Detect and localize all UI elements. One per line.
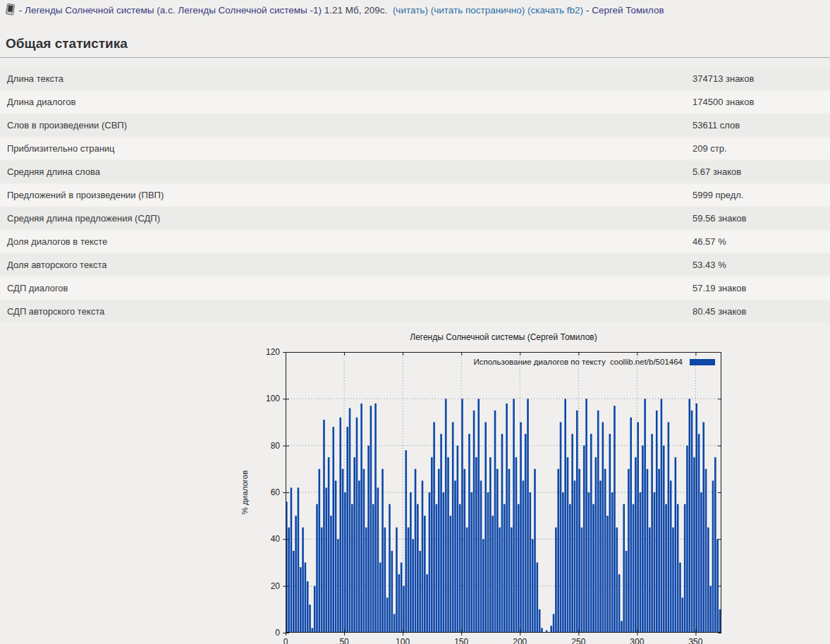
stat-label: Предложений в произведении (ПВП) (7, 190, 164, 200)
stats-table: Длина текста374713 знаков Длина диалогов… (0, 68, 830, 322)
table-row: Предложений в произведении (ПВП)5999 пре… (0, 184, 830, 206)
book-series-info: (а.с. Легенды Солнечной системы -1) (157, 5, 322, 16)
table-row: Слов в произведении (СВП)53611 слов (0, 114, 830, 136)
x-tick-label: 50 (330, 637, 358, 644)
x-tick-label: 200 (506, 637, 534, 644)
stat-value: 46.57 % (692, 236, 726, 247)
table-row: Средняя длина предложения (СДП)59.56 зна… (0, 207, 830, 229)
read-paged-link[interactable]: (читать постранично) (431, 5, 525, 16)
stat-value: 80.45 знаков (692, 306, 746, 317)
table-row: Длина текста374713 знаков (0, 68, 830, 90)
y-tick-label: 40 (250, 534, 280, 544)
stat-value: 59.56 знаков (692, 213, 746, 224)
chart-legend-swatch (690, 359, 715, 365)
y-tick-label: 80 (250, 441, 280, 451)
chart-x-tick-labels: 050100150200250300350 (286, 637, 721, 644)
x-tick-label: 100 (389, 637, 417, 644)
y-tick-label: 60 (250, 487, 280, 497)
stat-value: 53611 слов (692, 120, 740, 130)
x-tick-label: 350 (681, 637, 709, 644)
chart-legend-text: Использование диалогов по тексту coollib… (473, 358, 683, 366)
table-row: Длина диалогов174500 знаков (0, 91, 830, 113)
table-row: СДП диалогов57.19 знаков (0, 277, 830, 299)
table-row: Доля диалогов в тексте46.57 % (0, 231, 830, 253)
table-row: Средняя длина слова5.67 знаков (0, 161, 830, 183)
stat-value: 174500 знаков (692, 97, 754, 107)
book-author: Сергей Томилов (592, 5, 664, 16)
chart-title: Легенды Солнечной системы (Сергей Томило… (286, 332, 721, 342)
stat-value: 57.19 знаков (692, 283, 746, 293)
y-tick-label: 20 (250, 581, 280, 591)
stat-label: Слов в произведении (СВП) (7, 120, 127, 130)
book-title: Легенды Солнечной системы (25, 5, 154, 16)
download-fb2-link[interactable]: (скачать fb2) (527, 5, 583, 16)
stat-label: Доля авторского текста (7, 260, 107, 270)
book-size-info: 1.21 Мб, 209с. (324, 5, 388, 16)
x-tick-label: 300 (623, 637, 651, 644)
chart-canvas (286, 352, 721, 633)
chart-y-axis-label: % диалогов (238, 352, 251, 633)
chart-legend: Использование диалогов по тексту coollib… (473, 358, 715, 366)
stat-value: 374713 знаков (692, 73, 754, 84)
stat-label: СДП диалогов (7, 283, 68, 293)
stat-label: Средняя длина предложения (СДП) (7, 213, 160, 224)
header-dash: - (19, 5, 23, 16)
page-title: Общая статистика (0, 36, 830, 58)
book-header: - Легенды Солнечной системы (а.с. Легенд… (0, 0, 830, 20)
author-dash: - (586, 5, 590, 16)
stat-label: Приблизительно страниц (7, 143, 115, 154)
table-row: Приблизительно страниц209 стр. (0, 138, 830, 159)
y-tick-label: 120 (250, 347, 280, 357)
dialog-usage-chart: Легенды Солнечной системы (Сергей Томило… (0, 324, 830, 644)
stat-value: 5999 предл. (692, 190, 744, 200)
stat-label: Длина текста (7, 73, 63, 84)
stat-label: Средняя длина слова (7, 166, 100, 177)
table-row: Доля авторского текста53.43 % (0, 254, 830, 276)
read-link[interactable]: (читать) (393, 5, 428, 16)
x-tick-label: 0 (271, 637, 300, 644)
y-tick-label: 100 (250, 394, 280, 403)
stat-value: 53.43 % (692, 260, 726, 270)
chart-y-tick-labels: 020406080100120 (250, 352, 280, 633)
x-tick-label: 150 (447, 637, 475, 644)
y-tick-label: 0 (250, 628, 280, 638)
table-row: СДП авторского текста80.45 знаков (0, 300, 830, 322)
stat-value: 209 стр. (692, 143, 727, 154)
x-tick-label: 250 (564, 637, 592, 644)
stat-value: 5.67 знаков (692, 166, 741, 177)
stat-label: Доля диалогов в тексте (7, 236, 107, 247)
stat-label: СДП авторского текста (7, 306, 104, 317)
book-icon (6, 4, 15, 18)
stat-label: Длина диалогов (7, 97, 75, 107)
plot-area: Использование диалогов по тексту coollib… (286, 352, 721, 633)
